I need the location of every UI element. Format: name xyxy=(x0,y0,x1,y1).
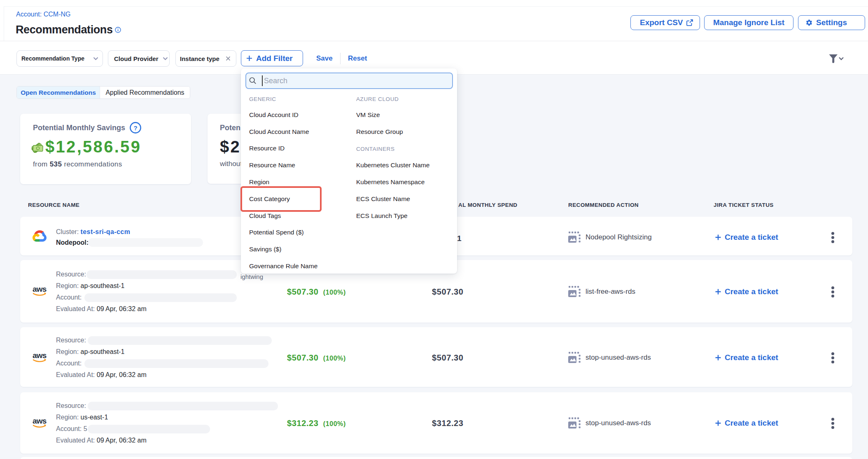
svg-text:?: ? xyxy=(133,124,137,131)
svg-text:aws: aws xyxy=(33,351,47,360)
svg-text:aws: aws xyxy=(33,417,47,425)
svg-text:aws: aws xyxy=(33,285,47,293)
